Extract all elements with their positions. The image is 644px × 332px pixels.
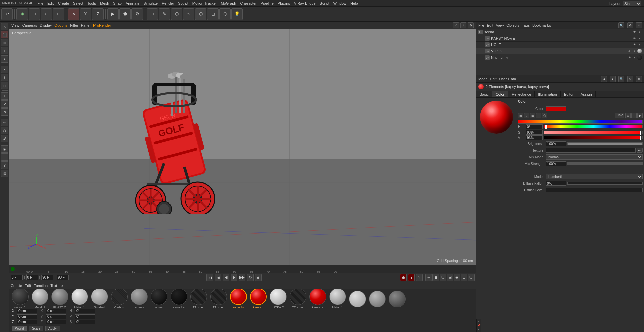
vp-settings-btn[interactable]: ⚙ [468,22,474,28]
mat-swatch-ttchec3[interactable]: TT_chec [289,289,307,308]
obj-tags-btn[interactable]: Tags [522,23,530,27]
mat-swatch-ttchec2[interactable]: TT_chec [209,289,228,308]
vp-view-tab[interactable]: View [11,23,20,27]
tool-model[interactable]: ⬛ [1,31,8,38]
p-rotation[interactable] [75,314,95,319]
mat-swatch-kapsy3[interactable]: kapsy bi [308,289,327,308]
diffuse-level-slider[interactable] [546,188,643,192]
mat-search-btn[interactable]: 🔍 [618,76,624,82]
obj-eye-scena[interactable]: 👁 [632,30,637,34]
obj-eye-hole[interactable]: 👁 [632,42,637,47]
vp-panel-tab[interactable]: Panel [81,23,90,27]
tool-move[interactable]: ✛ [1,92,8,100]
obj-edit-btn[interactable]: Edit [487,23,493,27]
scale-button[interactable]: Z [92,8,104,20]
menu-render[interactable]: Render [162,1,174,5]
tool-object[interactable]: ○ [1,47,8,54]
texture-menu-btn[interactable]: ⋯ [637,148,643,153]
menu-tools[interactable]: Tools [87,1,96,5]
menu-animate[interactable]: Animate [126,1,139,5]
scale-button[interactable]: Scale [29,326,43,331]
brightness-slider[interactable] [567,142,643,145]
mat-swatch-carbon[interactable]: Carbon [110,289,128,308]
mat-edit-btn[interactable]: Edit [25,284,31,288]
pb-move-key[interactable]: ✛ [425,274,432,281]
s-input[interactable] [526,130,543,135]
camera-button[interactable]: ⬡ [219,8,231,20]
move-button[interactable]: ✕ [68,8,79,20]
pb-prev-key[interactable]: ⏭ [215,274,221,281]
mat-swatch-metal2[interactable]: Metal_1 [328,289,347,308]
mat-swatch-plast[interactable]: PLAST C [50,289,69,308]
pb-play[interactable]: ▶ [231,274,237,281]
vp-display-tab[interactable]: Display [40,23,52,27]
mat-tab-reflectance[interactable]: Reflectance [508,91,535,97]
cube-button[interactable]: □ [147,8,158,20]
obj-bookmarks-btn[interactable]: Bookmarks [532,23,551,27]
obj-search-btn[interactable]: 🔍 [618,22,624,28]
z-position[interactable] [17,320,37,324]
menu-file[interactable]: File [37,1,43,5]
vp-cameras-tab[interactable]: Cameras [22,23,37,27]
select-rect-button[interactable]: □ [29,8,40,20]
tool-layer[interactable]: ☰ [1,153,8,161]
tool-sculpt[interactable]: ⬡ [1,127,8,134]
select-circle-button[interactable]: ○ [41,8,52,20]
obj-item-vozik[interactable]: L○ VOZIK 👁 ● [476,48,644,54]
b-rotation[interactable] [75,320,95,324]
tool-scene[interactable]: ✦ [1,55,8,63]
mix-strength-input[interactable] [546,161,566,166]
vp-options-tab[interactable]: Options [54,23,67,27]
mat-swatch-kapsy2[interactable]: kapsy b [249,289,267,308]
obj-file-btn[interactable]: File [478,23,484,27]
vp-prorender-tab[interactable]: ProRender [93,23,111,27]
mat-swatch-row2-3[interactable] [388,291,406,307]
pb-timeline[interactable]: ≡ [461,274,467,281]
h-input[interactable] [526,124,543,129]
h-rotation[interactable] [75,309,95,313]
mat-swatch-latka[interactable]: LATKA R [269,289,287,308]
pb-batch[interactable]: ◉ [454,274,460,281]
nurbs-button[interactable]: ⬡ [171,8,182,20]
menu-sculpt[interactable]: Sculpt [178,1,188,5]
diffuse-falloff-slider[interactable] [567,182,643,185]
menu-snap[interactable]: Snap [113,1,122,5]
menu-script[interactable]: Script [320,1,329,5]
pb-preview[interactable]: ⬡ [440,274,446,281]
mat-swatch-brushed[interactable]: Brushed [90,289,109,308]
right-scroll-down[interactable]: ▼ [477,327,481,331]
obj-eye-nova[interactable]: 👁 [627,55,631,60]
color-btn-8[interactable]: ▶ [637,113,643,118]
mat-swatch-metal1[interactable]: Metal_1 [31,289,49,308]
mat-create-btn[interactable]: Create [11,284,22,288]
mat-userdata-btn[interactable]: User Data [499,77,516,81]
obj-objects-btn[interactable]: Objects [506,23,519,27]
obj-collapse-btn[interactable]: × [636,22,642,28]
undo-button[interactable]: ↩ [1,8,13,20]
obj-view-btn[interactable]: View [496,23,504,27]
viewport[interactable]: GOLF GEUN [9,29,476,265]
h-slider[interactable] [544,125,643,128]
mat-edit-btn2[interactable]: Edit [490,77,497,81]
pb-next-frame[interactable]: ▶▶ [239,274,245,281]
tool-draw[interactable]: ✏ [1,119,8,126]
vp-maximize-btn[interactable]: ⤢ [453,22,459,28]
mat-close-btn[interactable]: × [636,76,642,82]
mat-tab-color[interactable]: Color [492,91,508,97]
menu-mograph[interactable]: MoGraph [221,1,236,5]
pb-next-key[interactable]: ⟳ [247,274,254,281]
rotate-button[interactable]: Y [80,8,91,20]
obj-dot1-kapsy[interactable]: ● [637,36,642,41]
v-input[interactable] [526,135,543,140]
vp-filter-tab[interactable]: Filter [70,23,78,27]
color-btn-1[interactable]: ⊞ [518,113,523,118]
menu-character[interactable]: Character [240,1,256,5]
obj-dot1-hole[interactable]: ● [637,42,642,47]
pb-first-frame[interactable]: ⏮ [206,274,213,281]
mat-tab-basic[interactable]: Basic [476,91,492,97]
menu-create[interactable]: Create [58,1,69,5]
tool-xref[interactable]: ⊡ [1,170,8,177]
tool-mesh[interactable]: ⊞ [1,39,8,46]
mograph-btn[interactable]: ⬡ [195,8,206,20]
timeline-key-btn[interactable] [11,267,15,271]
